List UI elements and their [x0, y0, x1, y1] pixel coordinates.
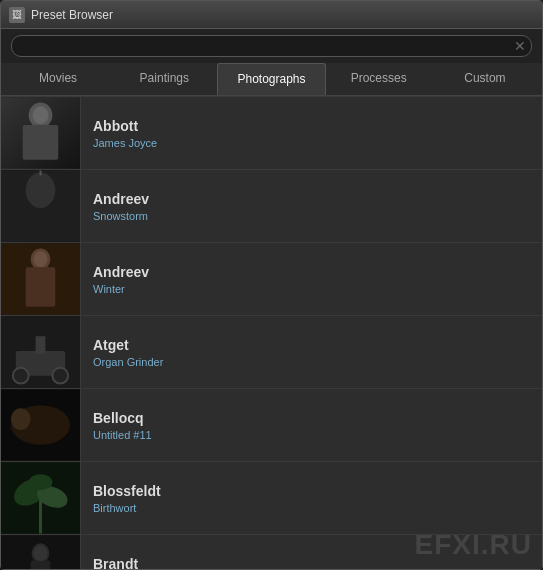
item-info-6: Blossfeldt Birthwort [81, 475, 542, 522]
item-name-6: Blossfeldt [93, 483, 530, 499]
search-input[interactable] [11, 35, 532, 57]
list-item[interactable]: Bellocq Untitled #11 [1, 389, 542, 462]
svg-point-16 [52, 368, 68, 384]
svg-point-29 [34, 545, 48, 561]
tab-custom[interactable]: Custom [432, 63, 538, 95]
item-info-1: Abbott James Joyce [81, 110, 542, 157]
title-bar: 🖼 Preset Browser [1, 1, 542, 29]
thumbnail-3 [1, 243, 81, 315]
item-info-7: Brandt Hampstead [81, 548, 542, 570]
list-item[interactable]: Andreev Snowstorm [1, 170, 542, 243]
preset-list[interactable]: Abbott James Joyce Andreev Snows [1, 96, 542, 569]
item-info-3: Andreev Winter [81, 256, 542, 303]
svg-point-12 [34, 251, 48, 267]
item-subtitle-2: Snowstorm [93, 210, 530, 222]
tab-processes[interactable]: Processes [326, 63, 432, 95]
search-clear-icon[interactable]: ✕ [514, 38, 526, 54]
window-title: Preset Browser [31, 8, 113, 22]
list-item[interactable]: Blossfeldt Birthwort [1, 462, 542, 535]
search-wrapper: ✕ [11, 35, 532, 57]
tab-paintings[interactable]: Paintings [111, 63, 217, 95]
svg-rect-17 [36, 336, 46, 354]
list-item[interactable]: Abbott James Joyce [1, 96, 542, 170]
svg-rect-11 [26, 267, 56, 307]
list-item[interactable]: Andreev Winter [1, 243, 542, 316]
item-subtitle-1: James Joyce [93, 137, 530, 149]
list-item[interactable]: Atget Organ Grinder [1, 316, 542, 389]
item-info-2: Andreev Snowstorm [81, 183, 542, 230]
svg-point-25 [29, 474, 53, 490]
svg-point-7 [26, 172, 56, 208]
tab-movies[interactable]: Movies [5, 63, 111, 95]
svg-point-4 [33, 106, 49, 124]
item-name-2: Andreev [93, 191, 530, 207]
tab-bar: Movies Paintings Photographs Processes C… [1, 63, 542, 96]
window-icon: 🖼 [9, 7, 25, 23]
search-bar: ✕ [1, 29, 542, 63]
item-name-4: Atget [93, 337, 530, 353]
item-name-3: Andreev [93, 264, 530, 280]
item-subtitle-3: Winter [93, 283, 530, 295]
item-name-1: Abbott [93, 118, 530, 134]
preset-browser-window: 🖼 Preset Browser ✕ Movies Paintings Phot… [0, 0, 543, 570]
item-subtitle-4: Organ Grinder [93, 356, 530, 368]
thumbnail-1 [1, 97, 81, 169]
item-name-5: Bellocq [93, 410, 530, 426]
svg-rect-28 [31, 560, 51, 569]
item-info-5: Bellocq Untitled #11 [81, 402, 542, 449]
thumbnail-6 [1, 462, 81, 534]
content-area: Abbott James Joyce Andreev Snows [1, 96, 542, 569]
item-subtitle-6: Birthwort [93, 502, 530, 514]
thumbnail-5 [1, 389, 81, 461]
item-subtitle-5: Untitled #11 [93, 429, 530, 441]
tab-photographs[interactable]: Photographs [217, 63, 325, 95]
thumbnail-2 [1, 170, 81, 242]
item-name-7: Brandt [93, 556, 530, 570]
svg-rect-3 [23, 125, 59, 160]
thumbnail-7 [1, 535, 81, 569]
list-item[interactable]: Brandt Hampstead [1, 535, 542, 569]
svg-point-20 [11, 408, 31, 430]
svg-point-15 [13, 368, 29, 384]
thumbnail-4 [1, 316, 81, 388]
item-info-4: Atget Organ Grinder [81, 329, 542, 376]
